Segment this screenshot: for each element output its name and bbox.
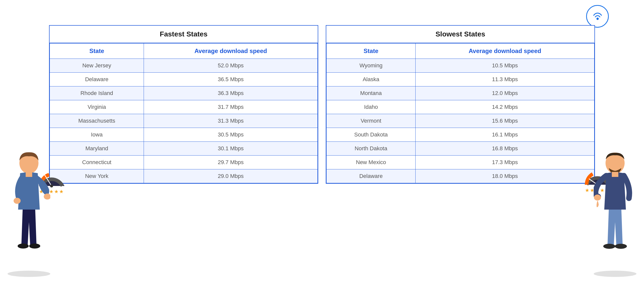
person-right [594, 149, 636, 275]
table-row: New Mexico17.3 Mbps [327, 156, 594, 169]
wifi-icon [591, 10, 605, 23]
svg-rect-14 [612, 172, 618, 177]
slowest-col-speed: Average download speed [416, 43, 594, 59]
table-row: Wyoming10.5 Mbps [327, 59, 594, 73]
speed-cell: 18.0 Mbps [416, 169, 594, 183]
speed-cell: 10.5 Mbps [416, 59, 594, 73]
table-row: North Dakota16.8 Mbps [327, 142, 594, 156]
table-row: Maryland30.1 Mbps [50, 142, 318, 156]
speed-cell: 52.0 Mbps [144, 59, 318, 73]
fastest-table: Fastest States State Average download sp… [49, 25, 318, 184]
table-row: Virginia31.7 Mbps [50, 100, 318, 114]
table-row: Vermont15.6 Mbps [327, 114, 594, 128]
svg-point-1 [50, 184, 53, 187]
speed-cell: 36.5 Mbps [144, 73, 318, 86]
shadow-left [8, 271, 50, 277]
state-cell: Vermont [327, 114, 416, 128]
svg-point-3 [44, 194, 50, 200]
svg-point-5 [18, 244, 29, 249]
speed-cell: 16.8 Mbps [416, 142, 594, 156]
speed-cell: 17.3 Mbps [416, 156, 594, 169]
speed-cell: 29.0 Mbps [144, 169, 318, 183]
speed-cell: 11.3 Mbps [416, 73, 594, 86]
table-row: New York29.0 Mbps [50, 169, 318, 183]
svg-point-6 [29, 244, 40, 249]
table-row: South Dakota16.1 Mbps [327, 128, 594, 142]
state-cell: Iowa [50, 128, 144, 142]
state-cell: Massachusetts [50, 114, 144, 128]
svg-rect-7 [26, 172, 32, 177]
svg-point-11 [594, 195, 601, 201]
table-row: Connecticut29.7 Mbps [50, 156, 318, 169]
slowest-col-state: State [327, 43, 416, 59]
state-cell: Idaho [327, 100, 416, 114]
state-cell: Rhode Island [50, 86, 144, 100]
state-cell: Wyoming [327, 59, 416, 73]
speed-cell: 15.6 Mbps [416, 114, 594, 128]
state-cell: New Mexico [327, 156, 416, 169]
state-cell: Delaware [50, 73, 144, 86]
speed-cell: 36.3 Mbps [144, 86, 318, 100]
tables-container: Fastest States State Average download sp… [49, 25, 595, 184]
fastest-table-title: Fastest States [50, 26, 318, 43]
speed-cell: 16.1 Mbps [416, 128, 594, 142]
shadow-right [594, 271, 636, 277]
table-row: Massachusetts31.3 Mbps [50, 114, 318, 128]
slowest-table-title: Slowest States [326, 26, 594, 43]
table-row: Idaho14.2 Mbps [327, 100, 594, 114]
table-row: Montana12.0 Mbps [327, 86, 594, 100]
speed-cell: 14.2 Mbps [416, 100, 594, 114]
slowest-table: Slowest States State Average download sp… [326, 25, 595, 184]
state-cell: North Dakota [327, 142, 416, 156]
table-row: Rhode Island36.3 Mbps [50, 86, 318, 100]
speed-cell: 30.1 Mbps [144, 142, 318, 156]
speed-cell: 31.3 Mbps [144, 114, 318, 128]
state-cell: South Dakota [327, 128, 416, 142]
speed-cell: 31.7 Mbps [144, 100, 318, 114]
table-row: Delaware36.5 Mbps [50, 73, 318, 86]
fastest-col-speed: Average download speed [144, 43, 318, 59]
table-row: Delaware18.0 Mbps [327, 169, 594, 183]
table-row: Iowa30.5 Mbps [50, 128, 318, 142]
svg-point-4 [14, 198, 21, 204]
state-cell: New Jersey [50, 59, 144, 73]
svg-point-13 [615, 244, 627, 249]
svg-point-12 [603, 244, 615, 249]
state-cell: Alaska [327, 73, 416, 86]
state-cell: Delaware [327, 169, 416, 183]
fastest-col-state: State [50, 43, 144, 59]
table-row: New Jersey52.0 Mbps [50, 59, 318, 73]
state-cell: Montana [327, 86, 416, 100]
person-left [8, 149, 50, 275]
state-cell: Virginia [50, 100, 144, 114]
table-row: Alaska11.3 Mbps [327, 73, 594, 86]
wifi-logo [586, 5, 609, 28]
speed-cell: 30.5 Mbps [144, 128, 318, 142]
speed-cell: 12.0 Mbps [416, 86, 594, 100]
state-cell: Maryland [50, 142, 144, 156]
speed-cell: 29.7 Mbps [144, 156, 318, 169]
